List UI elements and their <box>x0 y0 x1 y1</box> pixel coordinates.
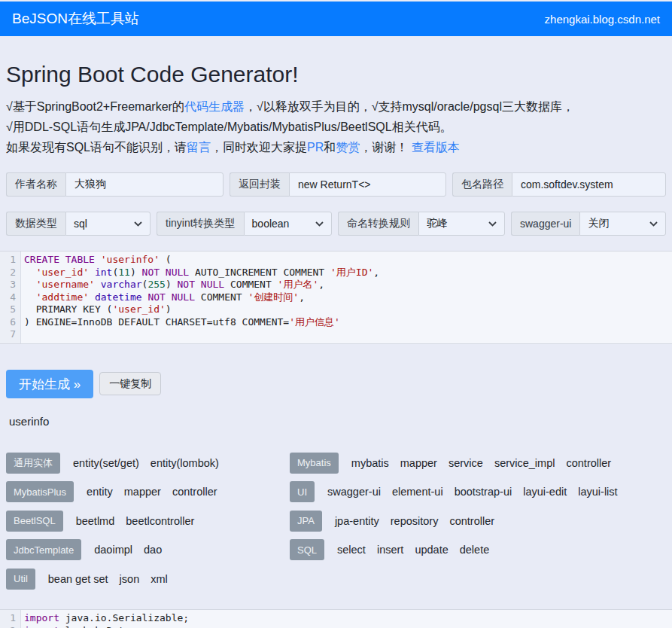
code-line: 'addtime' datetime NOT NULL COMMENT '创建时… <box>21 291 672 304</box>
site-link[interactable]: zhengkai.blog.csdn.net <box>545 13 660 26</box>
template-link[interactable]: select <box>337 544 366 556</box>
template-link[interactable]: mybatis <box>351 457 389 469</box>
leave-message-link[interactable]: 留言 <box>187 141 211 154</box>
template-link[interactable]: service <box>449 457 483 469</box>
package-path-input[interactable] <box>512 172 666 197</box>
template-link[interactable]: entity <box>87 486 113 498</box>
template-link[interactable]: xml <box>151 573 168 585</box>
swagger-ui-select[interactable]: 关闭 <box>579 212 666 236</box>
sql-code-editor[interactable]: 1234567 CREATE TABLE 'userinfo' ( 'user_… <box>0 251 672 344</box>
tag-badge: BeetlSQL <box>6 511 63 532</box>
code-token: '创建时间' <box>248 291 299 303</box>
tag-column-left: 通用实体entity(set/get)entity(lombok)Mybatis… <box>6 453 290 598</box>
template-link[interactable]: update <box>415 544 448 556</box>
naming-rule-label: 命名转换规则 <box>338 212 418 236</box>
top-navbar: BeJSON在线工具站 zhengkai.blog.csdn.net <box>0 2 672 36</box>
tag-badge: Mybatis <box>290 453 339 474</box>
intro-line3-text3: 和 <box>324 141 336 154</box>
template-link[interactable]: delete <box>460 544 490 556</box>
intro-line3-text4: ，谢谢！ <box>360 141 411 154</box>
code-token: java.io.Serializable; <box>59 612 189 623</box>
template-link[interactable]: controller <box>449 515 494 527</box>
code-token: COMMENT <box>195 291 248 303</box>
tag-badge: MybatisPlus <box>6 481 74 502</box>
template-link[interactable]: dao <box>144 544 162 556</box>
package-path-label: 包名路径 <box>452 172 512 197</box>
template-link[interactable]: beetlmd <box>76 515 115 527</box>
view-version-link[interactable]: 查看版本 <box>412 141 460 154</box>
code-token: '用户ID' <box>330 267 373 278</box>
code-line: PRIMARY KEY ('user_id') <box>21 303 672 316</box>
template-link[interactable]: jpa-entity <box>335 515 379 527</box>
tinyint-convert-value: boolean <box>252 218 290 230</box>
code-token: ) ENGINE=InnoDB DEFAULT CHARSET=utf8 COM… <box>24 316 289 328</box>
line-number: 1 <box>0 254 20 267</box>
code-token: 11 <box>118 267 130 278</box>
template-tag-groups: 通用实体entity(set/get)entity(lombok)Mybatis… <box>0 453 672 598</box>
template-link[interactable]: controller <box>566 457 611 469</box>
pr-link[interactable]: PR <box>307 141 324 154</box>
template-link[interactable]: layui-edit <box>523 486 567 498</box>
form-row-2: 数据类型 sql tinyint转换类型 boolean 命名转换规则 驼峰 s… <box>6 212 666 236</box>
data-type-select[interactable]: sql <box>65 212 151 236</box>
tag-row: Mybatismybatismapperserviceservice_implc… <box>290 453 666 474</box>
return-wrapper-group: 返回封装 <box>230 172 446 197</box>
generate-button[interactable]: 开始生成 » <box>6 370 93 398</box>
template-link[interactable]: layui-list <box>578 486 617 498</box>
template-link[interactable]: insert <box>377 544 403 556</box>
tinyint-convert-label: tinyint转换类型 <box>157 212 244 236</box>
template-link[interactable]: controller <box>172 486 217 498</box>
donate-link[interactable]: 赞赏 <box>336 141 360 154</box>
template-link[interactable]: mapper <box>400 457 437 469</box>
template-link[interactable]: bean get set <box>48 573 108 585</box>
output-section: 12 import java.io.Serializable;import lo… <box>0 609 672 628</box>
code-token: NOT NULL <box>178 279 225 290</box>
code-token: NOT NULL <box>147 291 195 303</box>
output-code-editor[interactable]: 12 import java.io.Serializable;import lo… <box>0 609 672 628</box>
template-link[interactable]: mapper <box>124 486 161 498</box>
intro-text: √基于SpringBoot2+Freemarker的代码生成器，√以释放双手为目… <box>6 96 666 157</box>
intro-line3-text2: ，同时欢迎大家提 <box>211 141 307 154</box>
line-number: 4 <box>0 291 20 304</box>
tinyint-convert-select[interactable]: boolean <box>244 212 332 236</box>
code-generator-link[interactable]: 代码生成器 <box>184 100 245 113</box>
code-token: import <box>24 625 59 628</box>
chevron-down-icon <box>315 221 324 227</box>
chevron-down-icon <box>134 221 142 227</box>
tag-row: JdbcTemplatedaoimpldao <box>6 539 290 560</box>
tag-row: MybatisPlusentitymappercontroller <box>6 481 290 502</box>
template-link[interactable]: element-ui <box>392 486 443 498</box>
template-link[interactable]: bootstrap-ui <box>455 486 512 498</box>
template-link[interactable]: beetlcontroller <box>126 515 194 527</box>
form-row-1: 作者名称 返回封装 包名路径 <box>6 172 666 197</box>
return-wrapper-input[interactable] <box>289 172 446 197</box>
author-name-input[interactable] <box>65 172 223 197</box>
template-link[interactable]: json <box>120 573 140 585</box>
naming-rule-select[interactable]: 驼峰 <box>418 212 505 236</box>
template-link[interactable]: repository <box>391 515 439 527</box>
code-token <box>89 291 95 303</box>
code-token <box>95 279 101 290</box>
template-link[interactable]: entity(lombok) <box>151 457 219 469</box>
data-type-label: 数据类型 <box>6 212 65 236</box>
template-link[interactable]: entity(set/get) <box>73 457 139 469</box>
tag-badge: Util <box>6 569 35 590</box>
copy-button[interactable]: 一键复制 <box>99 372 161 395</box>
code-token: '用户信息' <box>289 316 340 328</box>
code-token: 255 <box>147 279 165 290</box>
swagger-ui-value: 关闭 <box>588 217 609 230</box>
template-link[interactable]: swagger-ui <box>327 486 381 498</box>
tag-row: UIswagger-uielement-uibootstrap-uilayui-… <box>290 481 666 502</box>
tag-row: BeetlSQLbeetlmdbeetlcontroller <box>6 511 290 532</box>
code-token: AUTO_INCREMENT COMMENT <box>189 267 330 278</box>
template-link[interactable]: service_impl <box>494 457 555 469</box>
swagger-ui-label: swagger-ui <box>511 212 579 236</box>
tag-badge: JPA <box>290 511 322 532</box>
code-token: , <box>299 291 305 303</box>
code-token: 'user_id' <box>36 267 89 278</box>
code-token: '用户名' <box>278 279 319 290</box>
line-number: 6 <box>0 316 20 329</box>
template-link[interactable]: daoimpl <box>94 544 132 556</box>
code-token: , <box>318 279 324 290</box>
code-token <box>24 291 36 303</box>
